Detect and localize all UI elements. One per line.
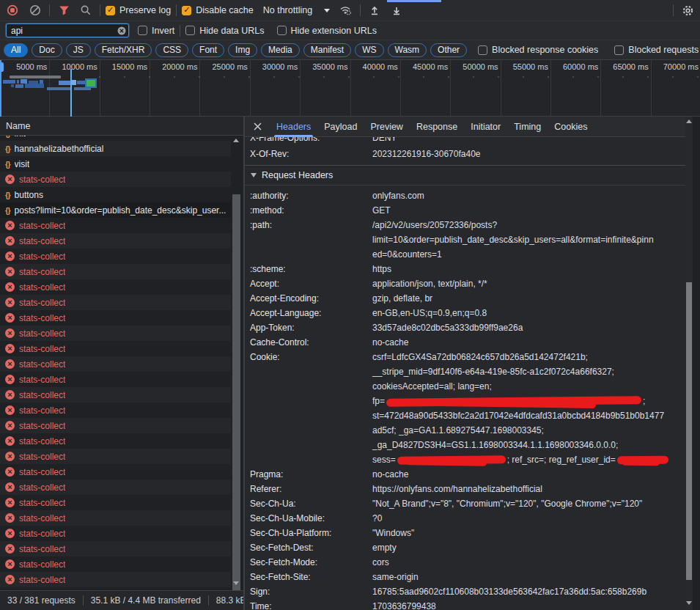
request-row-stats-collect[interactable]: ×stats-collect [0, 495, 231, 510]
request-row-stats-collect[interactable]: ×stats-collect [0, 218, 231, 233]
hide-data-urls-checkbox[interactable]: Hide data URLs [185, 26, 264, 36]
request-row-stats-collect[interactable]: ×stats-collect [0, 172, 231, 187]
import-har-button[interactable] [366, 2, 383, 18]
type-filter-css[interactable]: CSS [155, 43, 188, 57]
record-button[interactable] [4, 2, 21, 18]
request-row-init[interactable]: {}init [0, 136, 231, 141]
request-name: stats-collect [19, 282, 65, 293]
value-line: ?0 [372, 511, 382, 526]
header-name: Cache-Control: [245, 335, 372, 350]
export-har-button[interactable] [388, 2, 405, 18]
request-row-buttons[interactable]: {}buttons [0, 187, 231, 202]
request-row-stats-collect[interactable]: ×stats-collect [0, 249, 231, 264]
scroll-down-icon[interactable] [233, 581, 239, 585]
scroll-up-icon[interactable] [233, 139, 239, 142]
tab-preview[interactable]: Preview [364, 117, 409, 137]
close-detail-button[interactable] [248, 117, 267, 137]
request-list-scrollbar[interactable] [231, 136, 242, 590]
request-row-stats-collect[interactable]: ×stats-collect [0, 479, 231, 495]
overview-tick: 15000 ms [100, 60, 150, 116]
network-overview[interactable]: 5000 ms10000 ms15000 ms20000 ms25000 ms3… [0, 60, 700, 117]
value-line: same-origin [372, 570, 419, 584]
request-row-stats-collect[interactable]: ×stats-collect [0, 279, 231, 295]
type-filter-wasm[interactable]: Wasm [388, 43, 427, 57]
request-row-stats-collect[interactable]: ×stats-collect [0, 403, 231, 418]
filter-input[interactable] [6, 23, 129, 37]
request-row-stats-collect[interactable]: ×stats-collect [0, 372, 231, 387]
request-row-stats-collect[interactable]: ×stats-collect [0, 264, 231, 279]
network-conditions-button[interactable] [337, 2, 355, 18]
request-row-stats-collect[interactable]: ×stats-collect [0, 556, 231, 572]
request-row-visit[interactable]: {}visit [0, 156, 231, 172]
request-row-stats-collect[interactable]: ×stats-collect [0, 526, 231, 541]
name-column-header[interactable]: Name [0, 117, 243, 136]
header-value: "Windows" [372, 526, 414, 540]
request-row-stats-collect[interactable]: ×stats-collect [0, 572, 231, 587]
request-row-posts[interactable]: {}posts?limit=10&order=publish_date_desc… [0, 202, 231, 218]
hide-extension-urls-checkbox[interactable]: Hide extension URLs [277, 26, 377, 36]
request-row-hannahelizabethofficial[interactable]: {}hannahelizabethofficial [0, 141, 231, 156]
value-line: cors [372, 555, 389, 570]
request-row-stats-collect[interactable]: ×stats-collect [0, 356, 231, 372]
request-headers-list: :authority:onlyfans.com:method:GET:path:… [245, 185, 693, 610]
tab-initiator[interactable]: Initiator [464, 117, 507, 137]
type-filter-media[interactable]: Media [261, 43, 300, 57]
scroll-down-icon[interactable] [686, 601, 692, 605]
type-filter-img[interactable]: Img [228, 43, 257, 57]
request-row-stats-collect[interactable]: ×stats-collect [0, 326, 231, 341]
request-row-content: ×stats-collect [5, 433, 65, 449]
search-icon [80, 4, 92, 16]
request-row-stats-collect[interactable]: ×stats-collect [0, 387, 231, 403]
request-row-stats-collect[interactable]: ×stats-collect [0, 295, 231, 310]
type-filter-doc[interactable]: Doc [32, 43, 62, 57]
scroll-up-icon[interactable] [686, 120, 692, 123]
request-row-stats-collect[interactable]: ×stats-collect [0, 418, 231, 433]
header-row: App-Token:33d57ade8c02dbc5a333db99ff9ae2… [245, 320, 693, 335]
request-row-stats-collect[interactable]: ×stats-collect [0, 541, 231, 556]
scrollbar-thumb[interactable] [686, 282, 692, 580]
scrollbar-thumb[interactable] [232, 194, 240, 590]
filter-toggle-button[interactable] [55, 2, 73, 18]
type-filter-font[interactable]: Font [192, 43, 224, 57]
search-button[interactable] [77, 2, 95, 18]
toolbar-divider [180, 25, 180, 37]
tab-headers[interactable]: Headers [270, 117, 317, 137]
tab-timing[interactable]: Timing [507, 117, 548, 137]
clear-filter-button[interactable] [117, 26, 126, 37]
preserve-log-checkbox[interactable]: Preserve log [106, 5, 171, 15]
request-row-stats-collect[interactable]: ×stats-collect [0, 464, 231, 479]
throttling-select[interactable]: No throttling [263, 5, 330, 15]
network-settings-button[interactable] [679, 2, 696, 18]
type-filter-all[interactable]: All [4, 43, 28, 57]
type-filter-manifest[interactable]: Manifest [303, 43, 351, 57]
request-row-stats-collect[interactable]: ×stats-collect [0, 510, 231, 526]
header-value: "Not_A Brand";v="8", "Chromium";v="120",… [372, 496, 642, 511]
request-row-stats-collect[interactable]: ×stats-collect [0, 433, 231, 449]
blocked-response-cookies-checkbox[interactable]: Blocked response cookies [478, 45, 598, 55]
request-headers-section-toggle[interactable]: Request Headers [245, 166, 693, 185]
error-icon: × [5, 375, 15, 384]
blocked-requests-checkbox[interactable]: Blocked requests [614, 45, 699, 55]
type-filter-js[interactable]: JS [66, 43, 91, 57]
type-filter-other[interactable]: Other [430, 43, 467, 57]
detail-scrollbar[interactable] [685, 117, 693, 610]
request-row-stats-collect[interactable]: ×stats-collect [0, 341, 231, 356]
tab-cookies[interactable]: Cookies [548, 117, 594, 137]
checkbox-icon [478, 45, 487, 55]
invert-checkbox[interactable]: Invert [138, 26, 174, 36]
request-row-stats-collect[interactable]: ×stats-collect [0, 449, 231, 464]
request-row-content: ×stats-collect [5, 526, 65, 541]
header-row: Sec-Ch-Ua-Mobile:?0 [245, 511, 693, 526]
value-line: csrf=LdfcGX4Sa72db06824c657db26a5d142472… [372, 350, 670, 364]
disable-cache-checkbox[interactable]: Disable cache [182, 5, 254, 15]
tab-response[interactable]: Response [410, 117, 464, 137]
type-filter-ws[interactable]: WS [355, 43, 383, 57]
type-filter-fetch-xhr[interactable]: Fetch/XHR [95, 43, 152, 57]
request-row-stats-collect[interactable]: ×stats-collect [0, 233, 231, 249]
error-icon: × [5, 251, 15, 261]
tab-payload[interactable]: Payload [317, 117, 364, 137]
overview-tick: 55000 ms [501, 60, 551, 116]
request-row-stats-collect[interactable]: ×stats-collect [0, 310, 231, 326]
clear-button[interactable] [26, 2, 44, 18]
overview-tick: 45000 ms [401, 60, 451, 116]
